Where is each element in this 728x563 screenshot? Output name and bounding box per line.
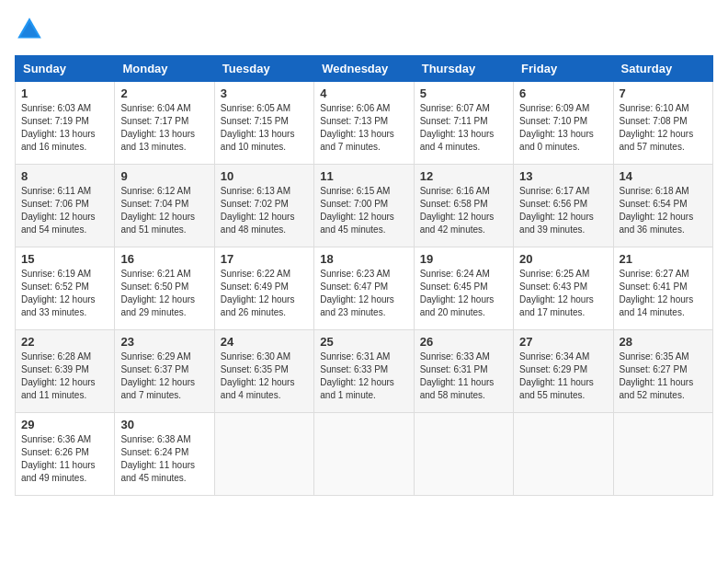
calendar-cell: 29Sunrise: 6:36 AM Sunset: 6:26 PM Dayli… <box>16 413 115 496</box>
day-number: 13 <box>519 169 607 183</box>
day-info: Sunrise: 6:15 AM Sunset: 7:00 PM Dayligh… <box>320 185 407 236</box>
calendar-cell <box>613 413 712 496</box>
day-number: 11 <box>320 169 407 183</box>
day-info: Sunrise: 6:03 AM Sunset: 7:19 PM Dayligh… <box>21 102 108 154</box>
day-number: 19 <box>420 252 507 266</box>
day-number: 30 <box>120 418 208 431</box>
day-info: Sunrise: 6:06 AM Sunset: 7:13 PM Dayligh… <box>320 102 407 154</box>
calendar-cell: 2Sunrise: 6:04 AM Sunset: 7:17 PM Daylig… <box>115 82 214 165</box>
weekday-sunday: Sunday <box>16 56 115 82</box>
day-number: 10 <box>221 169 308 183</box>
calendar-cell <box>514 413 613 496</box>
calendar-cell <box>314 413 414 496</box>
day-info: Sunrise: 6:07 AM Sunset: 7:11 PM Dayligh… <box>420 102 507 154</box>
calendar-cell: 19Sunrise: 6:24 AM Sunset: 6:45 PM Dayli… <box>414 247 513 330</box>
day-info: Sunrise: 6:28 AM Sunset: 6:39 PM Dayligh… <box>21 350 108 402</box>
day-number: 24 <box>221 335 308 349</box>
calendar-cell: 11Sunrise: 6:15 AM Sunset: 7:00 PM Dayli… <box>314 165 414 247</box>
day-number: 7 <box>620 86 707 100</box>
calendar-cell: 27Sunrise: 6:34 AM Sunset: 6:29 PM Dayli… <box>514 330 613 413</box>
weekday-tuesday: Tuesday <box>214 56 313 82</box>
calendar-cell: 18Sunrise: 6:23 AM Sunset: 6:47 PM Dayli… <box>314 247 414 330</box>
day-info: Sunrise: 6:05 AM Sunset: 7:15 PM Dayligh… <box>221 102 308 154</box>
day-number: 22 <box>21 335 108 349</box>
weekday-monday: Monday <box>115 56 214 82</box>
weekday-friday: Friday <box>514 56 613 82</box>
day-number: 2 <box>120 86 208 100</box>
day-info: Sunrise: 6:27 AM Sunset: 6:41 PM Dayligh… <box>620 268 707 319</box>
day-number: 29 <box>21 418 108 431</box>
day-number: 15 <box>21 252 108 266</box>
day-number: 5 <box>420 86 507 100</box>
day-number: 4 <box>320 86 407 100</box>
weekday-wednesday: Wednesday <box>314 56 414 82</box>
day-info: Sunrise: 6:31 AM Sunset: 6:33 PM Dayligh… <box>320 350 407 402</box>
day-info: Sunrise: 6:23 AM Sunset: 6:47 PM Dayligh… <box>320 268 407 319</box>
day-info: Sunrise: 6:24 AM Sunset: 6:45 PM Dayligh… <box>420 268 507 319</box>
day-info: Sunrise: 6:25 AM Sunset: 6:43 PM Dayligh… <box>519 268 607 319</box>
calendar-cell: 16Sunrise: 6:21 AM Sunset: 6:50 PM Dayli… <box>115 247 214 330</box>
calendar-cell <box>214 413 313 496</box>
weekday-saturday: Saturday <box>613 56 712 82</box>
day-info: Sunrise: 6:34 AM Sunset: 6:29 PM Dayligh… <box>519 350 607 402</box>
calendar-cell: 23Sunrise: 6:29 AM Sunset: 6:37 PM Dayli… <box>115 330 214 413</box>
day-number: 6 <box>519 86 607 100</box>
day-info: Sunrise: 6:04 AM Sunset: 7:17 PM Dayligh… <box>120 102 208 154</box>
day-info: Sunrise: 6:17 AM Sunset: 6:56 PM Dayligh… <box>519 185 607 236</box>
day-number: 27 <box>519 335 607 349</box>
calendar-cell: 24Sunrise: 6:30 AM Sunset: 6:35 PM Dayli… <box>214 330 313 413</box>
day-number: 26 <box>420 335 507 349</box>
day-info: Sunrise: 6:16 AM Sunset: 6:58 PM Dayligh… <box>420 185 507 236</box>
calendar: SundayMondayTuesdayWednesdayThursdayFrid… <box>15 55 713 496</box>
calendar-cell: 22Sunrise: 6:28 AM Sunset: 6:39 PM Dayli… <box>16 330 115 413</box>
day-info: Sunrise: 6:36 AM Sunset: 6:26 PM Dayligh… <box>21 433 108 485</box>
calendar-cell: 6Sunrise: 6:09 AM Sunset: 7:10 PM Daylig… <box>514 82 613 165</box>
day-info: Sunrise: 6:13 AM Sunset: 7:02 PM Dayligh… <box>221 185 308 236</box>
day-info: Sunrise: 6:09 AM Sunset: 7:10 PM Dayligh… <box>519 102 607 154</box>
calendar-cell: 3Sunrise: 6:05 AM Sunset: 7:15 PM Daylig… <box>214 82 313 165</box>
calendar-cell: 7Sunrise: 6:10 AM Sunset: 7:08 PM Daylig… <box>613 82 712 165</box>
calendar-cell: 1Sunrise: 6:03 AM Sunset: 7:19 PM Daylig… <box>16 82 115 165</box>
day-number: 12 <box>420 169 507 183</box>
calendar-cell: 20Sunrise: 6:25 AM Sunset: 6:43 PM Dayli… <box>514 247 613 330</box>
day-number: 23 <box>120 335 208 349</box>
day-number: 20 <box>519 252 607 266</box>
day-number: 17 <box>221 252 308 266</box>
day-number: 25 <box>320 335 407 349</box>
day-info: Sunrise: 6:33 AM Sunset: 6:31 PM Dayligh… <box>420 350 507 402</box>
calendar-cell <box>414 413 513 496</box>
day-info: Sunrise: 6:18 AM Sunset: 6:54 PM Dayligh… <box>620 185 707 236</box>
day-number: 21 <box>620 252 707 266</box>
day-info: Sunrise: 6:30 AM Sunset: 6:35 PM Dayligh… <box>221 350 308 402</box>
calendar-cell: 5Sunrise: 6:07 AM Sunset: 7:11 PM Daylig… <box>414 82 513 165</box>
calendar-cell: 13Sunrise: 6:17 AM Sunset: 6:56 PM Dayli… <box>514 165 613 247</box>
calendar-cell: 21Sunrise: 6:27 AM Sunset: 6:41 PM Dayli… <box>613 247 712 330</box>
day-number: 8 <box>21 169 108 183</box>
calendar-cell: 30Sunrise: 6:38 AM Sunset: 6:24 PM Dayli… <box>115 413 214 496</box>
day-info: Sunrise: 6:22 AM Sunset: 6:49 PM Dayligh… <box>221 268 308 319</box>
day-info: Sunrise: 6:12 AM Sunset: 7:04 PM Dayligh… <box>120 185 208 236</box>
calendar-cell: 4Sunrise: 6:06 AM Sunset: 7:13 PM Daylig… <box>314 82 414 165</box>
calendar-cell: 10Sunrise: 6:13 AM Sunset: 7:02 PM Dayli… <box>214 165 313 247</box>
day-info: Sunrise: 6:11 AM Sunset: 7:06 PM Dayligh… <box>21 185 108 236</box>
calendar-cell: 26Sunrise: 6:33 AM Sunset: 6:31 PM Dayli… <box>414 330 513 413</box>
day-number: 18 <box>320 252 407 266</box>
logo <box>15 15 50 44</box>
calendar-cell: 15Sunrise: 6:19 AM Sunset: 6:52 PM Dayli… <box>16 247 115 330</box>
day-info: Sunrise: 6:10 AM Sunset: 7:08 PM Dayligh… <box>620 102 707 154</box>
calendar-cell: 8Sunrise: 6:11 AM Sunset: 7:06 PM Daylig… <box>16 165 115 247</box>
weekday-thursday: Thursday <box>414 56 513 82</box>
day-info: Sunrise: 6:19 AM Sunset: 6:52 PM Dayligh… <box>21 268 108 319</box>
day-number: 16 <box>120 252 208 266</box>
calendar-cell: 9Sunrise: 6:12 AM Sunset: 7:04 PM Daylig… <box>115 165 214 247</box>
header <box>15 15 713 44</box>
day-info: Sunrise: 6:35 AM Sunset: 6:27 PM Dayligh… <box>620 350 707 402</box>
day-number: 14 <box>620 169 707 183</box>
calendar-cell: 25Sunrise: 6:31 AM Sunset: 6:33 PM Dayli… <box>314 330 414 413</box>
day-info: Sunrise: 6:38 AM Sunset: 6:24 PM Dayligh… <box>120 433 208 485</box>
logo-icon <box>15 15 44 44</box>
day-info: Sunrise: 6:21 AM Sunset: 6:50 PM Dayligh… <box>120 268 208 319</box>
day-info: Sunrise: 6:29 AM Sunset: 6:37 PM Dayligh… <box>120 350 208 402</box>
calendar-cell: 17Sunrise: 6:22 AM Sunset: 6:49 PM Dayli… <box>214 247 313 330</box>
day-number: 28 <box>620 335 707 349</box>
